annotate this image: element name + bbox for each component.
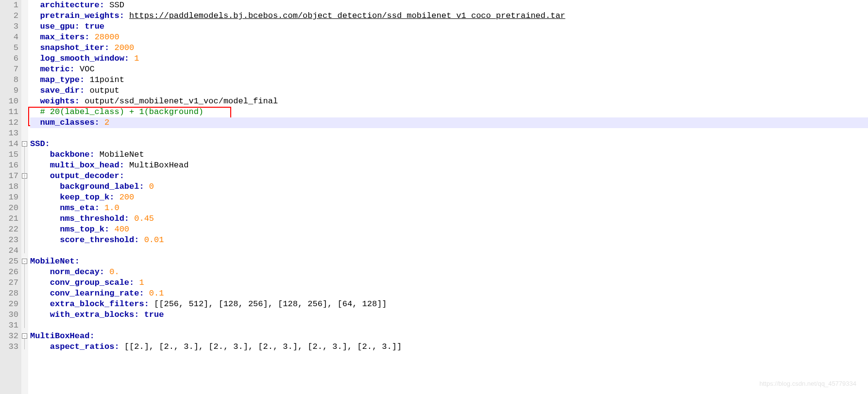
yaml-value: SSD	[109, 0, 124, 10]
yaml-key: conv_group_scale:	[50, 278, 134, 287]
code-line[interactable]: architecture: SSD	[30, 0, 868, 11]
code-line[interactable]: background_label: 0	[30, 181, 868, 192]
code-line[interactable]: norm_decay: 0.	[30, 267, 868, 278]
line-number: 4	[0, 32, 21, 43]
fold-toggle-icon[interactable]: -	[22, 141, 27, 147]
code-line[interactable]: conv_group_scale: 1	[30, 278, 868, 288]
yaml-key: log_smooth_window:	[40, 54, 129, 63]
yaml-key: MultiBoxHead:	[30, 331, 95, 341]
code-line[interactable]: # 20(label_class) + 1(background)	[30, 107, 868, 117]
yaml-value: [[256, 512], [128, 256], [128, 256], [64…	[154, 299, 387, 309]
line-number: 6	[0, 53, 21, 64]
line-number: 31	[0, 320, 21, 331]
code-line[interactable]	[30, 320, 868, 331]
yaml-value: 0.01	[144, 235, 164, 245]
yaml-value: MobileNet	[100, 150, 144, 159]
yaml-value: 0	[149, 182, 154, 191]
code-line[interactable]: nms_threshold: 0.45	[30, 213, 868, 224]
line-number: 24	[0, 246, 21, 256]
code-line[interactable]: map_type: 11point	[30, 75, 868, 85]
yaml-key: score_threshold:	[60, 235, 139, 245]
yaml-value: 1	[134, 54, 139, 63]
code-line[interactable]: pretrain_weights: https://paddlemodels.b…	[30, 11, 868, 21]
line-number: 27	[0, 278, 21, 288]
code-editor-area[interactable]: architecture: SSD pretrain_weights: http…	[28, 0, 868, 394]
code-line[interactable]: multi_box_head: MultiBoxHead	[30, 160, 868, 171]
line-number: 33	[0, 342, 21, 352]
line-number: 1	[0, 0, 21, 11]
code-line[interactable]: weights: output/ssd_mobilenet_v1_voc/mod…	[30, 96, 868, 107]
line-number: 21	[0, 213, 21, 224]
yaml-key: map_type:	[40, 75, 85, 84]
yaml-key: pretrain_weights:	[40, 11, 124, 20]
fold-column: ----	[21, 0, 28, 394]
yaml-value: 1	[139, 278, 144, 287]
fold-toggle-icon[interactable]: -	[22, 333, 27, 339]
yaml-value: true	[85, 22, 104, 31]
yaml-value: https://paddlemodels.bj.bcebos.com/objec…	[129, 11, 565, 20]
yaml-key: weights:	[40, 97, 80, 106]
yaml-value: 1.0	[104, 203, 119, 213]
line-number: 9	[0, 85, 21, 96]
yaml-value: true	[144, 310, 164, 319]
code-line[interactable]	[30, 246, 868, 256]
fold-toggle-icon[interactable]: -	[22, 259, 27, 264]
line-number: 5	[0, 43, 21, 53]
yaml-value: 2000	[114, 43, 134, 52]
yaml-key: conv_learning_rate:	[50, 289, 144, 298]
code-line[interactable]: score_threshold: 0.01	[30, 235, 868, 246]
line-number: 19	[0, 192, 21, 203]
code-line[interactable]: output_decoder:	[30, 171, 868, 181]
code-line[interactable]: MobileNet:	[30, 256, 868, 267]
yaml-key: architecture:	[40, 0, 104, 10]
code-line[interactable]: log_smooth_window: 1	[30, 53, 868, 64]
yaml-key: extra_block_filters:	[50, 299, 149, 309]
code-line[interactable]: num_classes: 2	[30, 117, 868, 128]
code-line[interactable]: keep_top_k: 200	[30, 192, 868, 203]
code-line[interactable]: aspect_ratios: [[2.], [2., 3.], [2., 3.]…	[30, 342, 868, 352]
yaml-value: 400	[114, 225, 129, 234]
code-line[interactable]: nms_eta: 1.0	[30, 203, 868, 213]
yaml-value: 0.45	[134, 214, 154, 223]
yaml-key: with_extra_blocks:	[50, 310, 139, 319]
code-line[interactable]: snapshot_iter: 2000	[30, 43, 868, 53]
code-line[interactable]	[30, 128, 868, 139]
comment-text: # 20(label_class) + 1(background)	[40, 107, 204, 116]
line-number: 23	[0, 235, 21, 246]
line-number: 16	[0, 160, 21, 171]
line-number-gutter: 1234567891011121314151617181920212223242…	[0, 0, 21, 394]
yaml-key: norm_decay:	[50, 267, 104, 277]
code-line[interactable]: metric: VOC	[30, 64, 868, 75]
yaml-key: max_iters:	[40, 33, 89, 42]
line-number: 29	[0, 299, 21, 310]
yaml-key: snapshot_iter:	[40, 43, 109, 52]
yaml-key: nms_top_k:	[60, 225, 109, 234]
line-number: 14	[0, 139, 21, 149]
line-number: 12	[0, 117, 21, 128]
line-number: 32	[0, 331, 21, 342]
code-line[interactable]: conv_learning_rate: 0.1	[30, 288, 868, 299]
yaml-value: [[2.], [2., 3.], [2., 3.], [2., 3.], [2.…	[124, 342, 402, 351]
code-line[interactable]: backbone: MobileNet	[30, 149, 868, 160]
line-number: 2	[0, 11, 21, 21]
yaml-value: output	[89, 86, 119, 95]
watermark-text: https://blog.csdn.net/qq_45779334	[760, 378, 857, 389]
code-line[interactable]: save_dir: output	[30, 85, 868, 96]
code-line[interactable]: extra_block_filters: [[256, 512], [128, …	[30, 299, 868, 310]
line-number: 25	[0, 256, 21, 267]
code-line[interactable]: SSD:	[30, 139, 868, 149]
yaml-key: keep_top_k:	[60, 193, 114, 202]
yaml-key: MobileNet:	[30, 257, 80, 266]
yaml-key: use_gpu:	[40, 22, 80, 31]
code-line[interactable]: nms_top_k: 400	[30, 224, 868, 235]
yaml-key: background_label:	[60, 182, 144, 191]
line-number: 20	[0, 203, 21, 213]
yaml-value: output/ssd_mobilenet_v1_voc/model_final	[85, 97, 278, 106]
yaml-value: MultiBoxHead	[129, 161, 188, 170]
code-line[interactable]: with_extra_blocks: true	[30, 310, 868, 320]
code-line[interactable]: MultiBoxHead:	[30, 331, 868, 342]
code-line[interactable]: use_gpu: true	[30, 21, 868, 32]
code-line[interactable]: max_iters: 28000	[30, 32, 868, 43]
yaml-key: aspect_ratios:	[50, 342, 119, 351]
yaml-key: output_decoder:	[50, 171, 124, 181]
